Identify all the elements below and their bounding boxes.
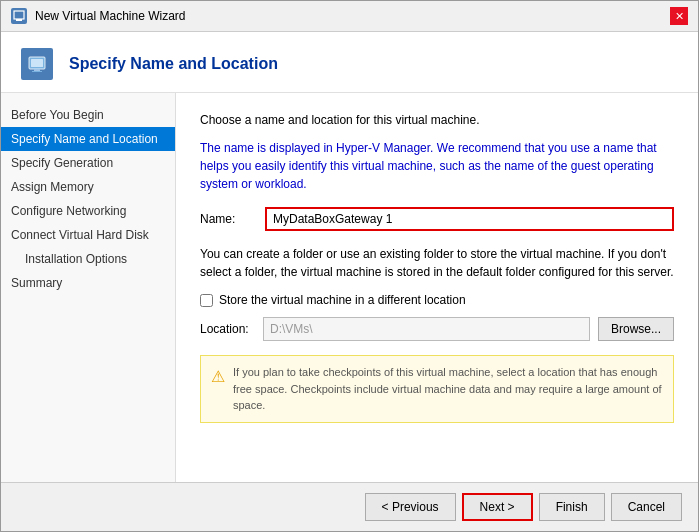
svg-rect-4 xyxy=(34,69,40,71)
previous-button[interactable]: < Previous xyxy=(365,493,456,521)
next-button[interactable]: Next > xyxy=(462,493,533,521)
header-section: Specify Name and Location xyxy=(1,32,698,93)
header-icon xyxy=(21,48,53,80)
title-bar-left: New Virtual Machine Wizard xyxy=(11,8,186,24)
warning-icon: ⚠ xyxy=(211,365,225,389)
sidebar-item-assign-memory[interactable]: Assign Memory xyxy=(1,175,175,199)
intro-text: Choose a name and location for this virt… xyxy=(200,111,674,129)
info-text: The name is displayed in Hyper-V Manager… xyxy=(200,139,674,193)
footer: < Previous Next > Finish Cancel xyxy=(1,482,698,531)
app-icon xyxy=(11,8,27,24)
svg-rect-0 xyxy=(14,11,24,19)
location-checkbox[interactable] xyxy=(200,294,213,307)
cancel-button[interactable]: Cancel xyxy=(611,493,682,521)
page-title: Specify Name and Location xyxy=(69,55,278,73)
close-button[interactable]: ✕ xyxy=(670,7,688,25)
name-input[interactable] xyxy=(265,207,674,231)
window-title: New Virtual Machine Wizard xyxy=(35,9,186,23)
svg-rect-5 xyxy=(32,71,42,72)
finish-button[interactable]: Finish xyxy=(539,493,605,521)
location-input[interactable] xyxy=(263,317,590,341)
sidebar-item-connect-virtual-hard-disk[interactable]: Connect Virtual Hard Disk xyxy=(1,223,175,247)
sidebar-item-before-you-begin[interactable]: Before You Begin xyxy=(1,103,175,127)
warning-box: ⚠ If you plan to take checkpoints of thi… xyxy=(200,355,674,423)
sidebar-item-summary[interactable]: Summary xyxy=(1,271,175,295)
warning-text: If you plan to take checkpoints of this … xyxy=(233,364,663,414)
name-row: Name: xyxy=(200,207,674,231)
sidebar-item-specify-name-and-location[interactable]: Specify Name and Location xyxy=(1,127,175,151)
location-label: Location: xyxy=(200,322,255,336)
sidebar: Before You BeginSpecify Name and Locatio… xyxy=(1,93,176,482)
content-area: Before You BeginSpecify Name and Locatio… xyxy=(1,93,698,482)
svg-rect-3 xyxy=(31,59,43,67)
main-panel: Choose a name and location for this virt… xyxy=(176,93,698,482)
title-bar: New Virtual Machine Wizard ✕ xyxy=(1,1,698,32)
checkbox-label: Store the virtual machine in a different… xyxy=(219,293,466,307)
sidebar-item-installation-options[interactable]: Installation Options xyxy=(1,247,175,271)
name-label: Name: xyxy=(200,212,255,226)
location-desc: You can create a folder or use an existi… xyxy=(200,245,674,281)
svg-rect-1 xyxy=(16,19,22,21)
location-row: Location: Browse... xyxy=(200,317,674,341)
sidebar-item-specify-generation[interactable]: Specify Generation xyxy=(1,151,175,175)
checkbox-row: Store the virtual machine in a different… xyxy=(200,293,674,307)
browse-button[interactable]: Browse... xyxy=(598,317,674,341)
sidebar-item-configure-networking[interactable]: Configure Networking xyxy=(1,199,175,223)
main-window: New Virtual Machine Wizard ✕ Specify Nam… xyxy=(0,0,699,532)
